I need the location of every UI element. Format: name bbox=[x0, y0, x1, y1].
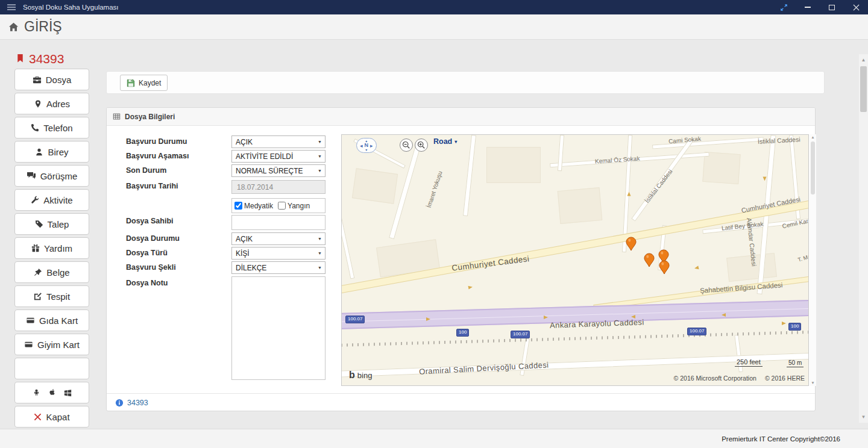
card-icon bbox=[26, 316, 35, 325]
record-id-row: 34393 bbox=[16, 52, 64, 66]
scroll-down-icon[interactable]: ▼ bbox=[859, 414, 868, 420]
dosya-turu-select[interactable]: KİŞİ▼ bbox=[231, 247, 326, 260]
scale-metric: 50 m bbox=[787, 359, 804, 367]
basvuru-asamasi-label: Başvuru Aşaması bbox=[126, 152, 189, 160]
selected-value: KİŞİ bbox=[236, 249, 250, 258]
route-shield: 100.07 bbox=[687, 328, 706, 335]
yangin-checkbox-label[interactable]: Yangın bbox=[278, 202, 310, 210]
map-compass[interactable]: ◂ ▴ N ▾ ▸ bbox=[356, 138, 377, 153]
floppy-save-icon bbox=[127, 79, 135, 87]
sidebar-item-gida-kart[interactable]: Gıda Kart bbox=[14, 310, 89, 331]
son-durum-select[interactable]: NORMAL SÜREÇTE▼ bbox=[231, 164, 326, 177]
tag-icon bbox=[35, 220, 43, 228]
expand-arrows-icon bbox=[780, 4, 788, 11]
hamburger-menu-icon[interactable] bbox=[0, 0, 23, 14]
dosya-sahibi-input[interactable] bbox=[231, 215, 326, 230]
footer-copyright: Premierturk IT Center Copyright©2016 bbox=[722, 435, 840, 443]
save-button-label: Kaydet bbox=[139, 79, 161, 87]
panel-scrollbar[interactable]: ▲ ▼ bbox=[810, 134, 816, 386]
sidebar-item-label: Yardım bbox=[44, 243, 72, 254]
sidebar-item-belge[interactable]: Belge bbox=[14, 261, 89, 283]
sidebar-item-yardim[interactable]: Yardım bbox=[14, 237, 89, 259]
sidebar-item-gorusme[interactable]: Görüşme bbox=[14, 165, 89, 187]
chevron-down-icon: ▼ bbox=[318, 251, 322, 255]
sidebar-item-dosya[interactable]: Dosya bbox=[14, 69, 89, 90]
sidebar-item-tespit[interactable]: Tespit bbox=[14, 285, 89, 307]
sidebar-item-talep[interactable]: Talep bbox=[14, 213, 89, 235]
sidebar-item-telefon[interactable]: Telefon bbox=[14, 117, 89, 138]
scroll-up-icon[interactable]: ▲ bbox=[811, 135, 814, 140]
medyatik-checkbox-label[interactable]: Medyatik bbox=[234, 202, 273, 210]
street-label: Kemal Öz Sokak bbox=[595, 155, 640, 164]
sidebar-item-kapat[interactable]: Kapat bbox=[14, 406, 89, 428]
basvuru-sekli-select[interactable]: DİLEKÇE▼ bbox=[231, 261, 326, 274]
route-shield: 100.07 bbox=[511, 331, 530, 338]
bing-logo[interactable]: b bing bbox=[349, 370, 372, 381]
dosya-notu-label: Dosya Notu bbox=[126, 279, 168, 287]
sidebar-item-empty[interactable] bbox=[14, 358, 89, 379]
yangin-checkbox[interactable] bbox=[278, 202, 286, 210]
basvuru-durumu-select[interactable]: AÇIK▼ bbox=[231, 135, 326, 148]
dosya-sahibi-label: Dosya Sahibi bbox=[126, 217, 174, 225]
scroll-up-icon[interactable]: ▲ bbox=[859, 57, 868, 63]
basvuru-asamasi-select[interactable]: AKTİVİTE EDİLDİ▼ bbox=[231, 150, 326, 163]
copyright-microsoft: © 2016 Microsoft Corporation bbox=[674, 375, 756, 382]
sidebar-item-adres[interactable]: Adres bbox=[14, 93, 89, 114]
maximize-button[interactable] bbox=[820, 0, 844, 14]
bing-b-icon: b bbox=[349, 370, 355, 381]
map-style-selector[interactable]: Road ▾ bbox=[433, 137, 457, 146]
son-durum-label: Son Durum bbox=[126, 166, 166, 175]
card-icon bbox=[24, 340, 33, 349]
close-icon bbox=[853, 4, 860, 11]
copyright-here: © 2016 HERE bbox=[765, 375, 805, 382]
sidebar-item-label: Giyim Kart bbox=[37, 340, 80, 350]
window-title: Sosyal Doku Saha Uygulaması bbox=[23, 4, 119, 11]
scrollbar-thumb[interactable] bbox=[811, 142, 815, 194]
zoom-out-button[interactable] bbox=[400, 138, 413, 152]
street-label: İmaret Yokuşu bbox=[426, 170, 444, 209]
window-scrollbar[interactable]: ▲ ▼ bbox=[859, 54, 868, 423]
bookmark-icon bbox=[16, 52, 25, 64]
wrench-icon bbox=[31, 196, 39, 204]
sidebar-item-birey[interactable]: Birey bbox=[14, 141, 89, 163]
sidebar-item-label: Talep bbox=[48, 219, 69, 229]
map-pin-marker[interactable] bbox=[659, 260, 670, 277]
dosya-durumu-select[interactable]: AÇIK▼ bbox=[231, 232, 326, 245]
phone-icon bbox=[31, 123, 39, 132]
basvuru-tarihi-input[interactable] bbox=[231, 180, 326, 194]
chevron-down-icon: ▼ bbox=[318, 169, 322, 173]
sidebar-item-label: Kapat bbox=[46, 412, 69, 422]
medyatik-checkbox[interactable] bbox=[234, 202, 242, 210]
minimize-button[interactable] bbox=[796, 0, 820, 14]
flags-group: Medyatik Yangın bbox=[231, 198, 326, 213]
save-button[interactable]: Kaydet bbox=[120, 75, 168, 91]
dosya-durumu-label: Dosya Durumu bbox=[126, 234, 180, 243]
sidebar-item-giyim-kart[interactable]: Giyim Kart bbox=[14, 334, 89, 355]
map-pin-marker[interactable] bbox=[644, 253, 655, 270]
sidebar-item-label: Adres bbox=[46, 99, 70, 109]
medyatik-label: Medyatik bbox=[244, 202, 273, 210]
comments-icon bbox=[27, 172, 36, 180]
map-canvas[interactable]: Cami Sokak Kemal Öz Sokak İstiklal Cadde… bbox=[341, 134, 809, 386]
close-button[interactable] bbox=[844, 0, 868, 14]
page-title: GİRİŞ bbox=[24, 19, 62, 35]
panel-footer: 34393 bbox=[107, 393, 815, 412]
zoom-in-button[interactable] bbox=[415, 138, 428, 152]
panel-header: Dosya Bilgileri bbox=[107, 108, 815, 126]
map-pin-marker[interactable] bbox=[626, 237, 637, 254]
fullscreen-button[interactable] bbox=[772, 0, 796, 14]
basvuru-sekli-label: Başvuru Şekli bbox=[126, 263, 176, 272]
scrollbar-thumb[interactable] bbox=[860, 66, 867, 112]
map-pin-icon bbox=[34, 99, 42, 108]
platforms-button[interactable] bbox=[14, 382, 89, 403]
android-icon bbox=[33, 388, 40, 397]
street-label: Şahabettin Bilgisu Caddesi bbox=[700, 281, 783, 294]
user-icon bbox=[35, 148, 43, 157]
route-shield: 100 bbox=[456, 329, 469, 337]
scroll-down-icon[interactable]: ▼ bbox=[811, 381, 814, 385]
record-id-link[interactable]: 34393 bbox=[127, 399, 148, 407]
dosya-notu-textarea[interactable] bbox=[231, 276, 326, 380]
selected-value: NORMAL SÜREÇTE bbox=[236, 167, 303, 175]
sidebar-item-aktivite[interactable]: Aktivite bbox=[14, 189, 89, 211]
sidebar: Dosya Adres Telefon Birey Görüşme Aktivi… bbox=[14, 69, 89, 428]
